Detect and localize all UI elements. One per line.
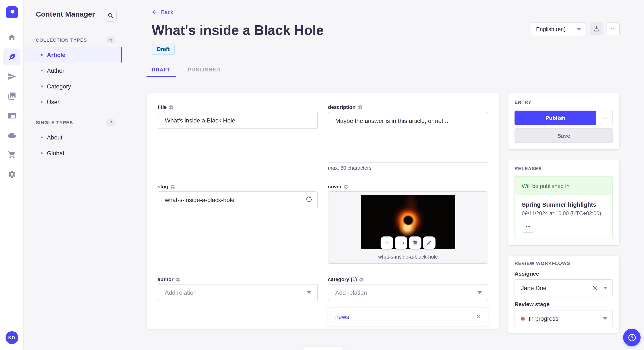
sidebar-item-settings[interactable] [3, 166, 20, 183]
subnav-item-about[interactable]: About [24, 129, 122, 145]
review-workflows-panel: REVIEW WORKFLOWS Assignee Jane Doe Revie… [508, 256, 619, 333]
plus-icon [384, 240, 390, 246]
author-relation-combobox[interactable]: Add relation [158, 284, 318, 301]
globe-icon [176, 277, 180, 282]
sidebar-item-deploy[interactable] [3, 127, 20, 144]
header-controls: English (en) [530, 22, 620, 36]
description-textarea[interactable]: Maybe the answer is in this article, or … [328, 112, 488, 163]
chevron-down-icon [603, 287, 607, 289]
review-stage-value: In progress [528, 315, 558, 322]
main-nav-rail: KD [0, 0, 24, 350]
sidebar-item-releases[interactable] [3, 68, 20, 85]
release-status-banner: Will be published in [515, 176, 612, 195]
ellipsis-icon [526, 224, 530, 229]
subnav-item-article[interactable]: Article [24, 47, 122, 62]
subnav-item-category[interactable]: Category [24, 78, 122, 94]
globe-icon [169, 105, 174, 110]
sidebar-item-content-type-builder[interactable] [3, 107, 20, 124]
status-badge: Draft [152, 44, 175, 55]
subnav-title: Content Manager [36, 10, 95, 19]
subnav-item-label: User [47, 98, 60, 105]
question-mark-icon [627, 333, 636, 342]
cover-filename: what-s-inside-a-black-hole [378, 254, 438, 260]
bullet-dot [41, 54, 42, 55]
release-card: Will be published in Spring Summer highl… [514, 176, 613, 239]
download-button[interactable] [590, 22, 603, 35]
field-author-label: author [158, 276, 174, 282]
review-stage-label: Review stage [514, 301, 613, 308]
clear-assignee-icon[interactable] [592, 285, 598, 291]
subnav-item-user[interactable]: User [24, 94, 122, 110]
cart-icon [8, 151, 16, 159]
ellipsis-icon [604, 115, 609, 121]
strapi-logo[interactable] [6, 6, 18, 18]
subnav-item-author[interactable]: Author [24, 62, 122, 78]
releases-panel: RELEASES Will be published in Spring Sum… [508, 160, 619, 245]
media-library-icon [8, 92, 16, 100]
remove-relation-icon[interactable] [476, 314, 481, 319]
user-avatar[interactable]: KD [5, 331, 18, 344]
rail-footer: KD [0, 326, 24, 350]
field-category-label: category (1) [328, 276, 357, 282]
bullet-dot [41, 152, 42, 154]
publish-button[interactable]: Publish [514, 111, 596, 125]
entry-more-button[interactable] [600, 111, 613, 125]
field-title-label: title [158, 104, 167, 110]
field-cover: cover [328, 184, 488, 264]
rail-nav-list [3, 29, 20, 185]
layout-icon [8, 111, 16, 120]
refresh-icon [306, 196, 313, 203]
release-title[interactable]: Spring Summer highlights [522, 201, 606, 208]
collection-types-header: COLLECTION TYPES 4 [24, 31, 122, 47]
side-panels: ENTRY Publish Save RELEASES Wil [508, 93, 619, 333]
save-button[interactable]: Save [514, 128, 613, 143]
search-button[interactable] [104, 9, 117, 22]
copy-link-button[interactable] [394, 236, 408, 249]
field-author: author Add relation [158, 276, 318, 326]
category-relation-combobox[interactable]: Add relation [328, 284, 488, 301]
sidebar-item-content-manager[interactable] [3, 48, 20, 65]
title-input[interactable] [158, 112, 318, 129]
regenerate-slug-button[interactable] [306, 196, 313, 204]
slug-input[interactable] [158, 191, 318, 208]
bullet-dot [41, 136, 42, 138]
field-title: title [158, 104, 318, 171]
release-date: 09/11/2024 at 16:00 (UTC+02:00) [522, 210, 606, 216]
sidebar-item-media-library[interactable] [3, 88, 20, 105]
subnav-item-label: Author [47, 67, 64, 74]
link-icon [398, 240, 404, 246]
tab-draft[interactable]: DRAFT [146, 64, 176, 77]
author-placeholder: Add relation [165, 289, 196, 296]
main-content: Back English (en) What's inside a Black … [122, 0, 644, 350]
subnav-item-label: About [47, 134, 62, 141]
assignee-combobox[interactable]: Jane Doe [514, 279, 613, 296]
globe-icon [359, 277, 364, 282]
sidebar-item-marketplace[interactable] [3, 146, 20, 163]
sidebar-item-home[interactable] [3, 29, 20, 46]
bullet-dot [41, 70, 42, 71]
release-more-button[interactable] [522, 221, 534, 233]
search-icon [107, 12, 114, 18]
help-button[interactable] [623, 329, 640, 346]
back-arrow-icon [152, 9, 158, 15]
bullet-dot [41, 85, 42, 87]
field-description-label: description [328, 104, 356, 110]
single-types-count-badge: 2 [106, 119, 115, 126]
locale-select[interactable]: English (en) [530, 22, 586, 36]
more-options-button[interactable] [606, 22, 620, 35]
add-media-button[interactable] [380, 236, 393, 249]
back-link[interactable]: Back [152, 9, 173, 15]
section-label: SINGLE TYPES [36, 120, 73, 125]
strapi-logo-glyph [6, 7, 17, 17]
review-stage-combobox[interactable]: In progress [514, 310, 613, 327]
relation-link-news[interactable]: news [335, 313, 349, 320]
delete-media-button[interactable] [409, 236, 422, 249]
version-tabs: DRAFT PUBLISHED [146, 64, 620, 77]
subnav-item-global[interactable]: Global [24, 145, 122, 161]
tab-published[interactable]: PUBLISHED [182, 64, 225, 77]
review-panel-heading: REVIEW WORKFLOWS [514, 261, 613, 266]
edit-media-button[interactable] [423, 236, 436, 249]
subnav-item-label: Article [47, 51, 66, 58]
subnav-item-label: Global [47, 150, 64, 156]
cloud-icon [8, 131, 16, 140]
